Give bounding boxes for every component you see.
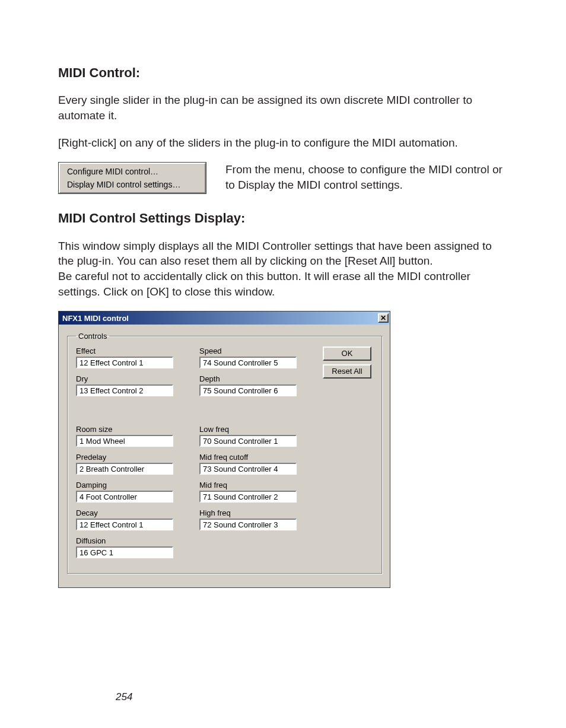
input-low-freq[interactable] — [199, 435, 297, 447]
context-menu-row: Configure MIDI control… Display MIDI con… — [58, 162, 508, 194]
controls-groupbox: Controls Effect Dry — [67, 332, 383, 574]
input-mid-freq[interactable] — [199, 491, 297, 503]
label-high-freq: High freq — [199, 508, 312, 517]
label-effect: Effect — [76, 346, 189, 355]
close-icon: ✕ — [380, 314, 386, 322]
heading-settings-display: MIDI Control Settings Display: — [58, 211, 508, 226]
input-predelay[interactable] — [76, 463, 173, 475]
paragraph-display-desc: This window simply displays all the MIDI… — [58, 239, 508, 269]
label-decay: Decay — [76, 508, 189, 517]
controls-group-legend: Controls — [76, 332, 109, 341]
label-diffusion: Diffusion — [76, 536, 189, 545]
input-room-size[interactable] — [76, 435, 173, 447]
dialog-title: NFX1 MIDI control — [62, 314, 129, 323]
label-room-size: Room size — [76, 425, 189, 434]
page-number: 254 — [116, 691, 132, 703]
dialog-body: Controls Effect Dry — [59, 325, 390, 587]
label-mid-freq: Mid freq — [199, 481, 312, 489]
input-speed[interactable] — [199, 357, 297, 368]
input-mid-freq-cutoff[interactable] — [199, 463, 297, 475]
paragraph-rightclick: [Right-click] on any of the sliders in t… — [58, 135, 508, 151]
paragraph-intro: Every single slider in the plug-in can b… — [58, 93, 508, 123]
close-button[interactable]: ✕ — [378, 313, 389, 323]
controls-right-column: Speed Depth Low freq — [199, 346, 312, 561]
dialog-button-column: OK Reset All — [323, 346, 374, 561]
label-mid-freq-cutoff: Mid freq cutoff — [199, 453, 312, 462]
context-menu: Configure MIDI control… Display MIDI con… — [59, 163, 206, 193]
label-dry: Dry — [76, 374, 189, 383]
input-depth[interactable] — [199, 384, 297, 396]
input-effect[interactable] — [76, 357, 173, 368]
input-decay[interactable] — [76, 519, 173, 530]
menu-item-display-settings[interactable]: Display MIDI control settings… — [61, 178, 203, 191]
paragraph-warning: Be careful not to accidentally click on … — [58, 269, 508, 299]
context-menu-caption: From the menu, choose to configure the M… — [225, 162, 508, 192]
reset-all-button[interactable]: Reset All — [323, 364, 371, 379]
label-depth: Depth — [199, 374, 312, 383]
label-damping: Damping — [76, 481, 189, 489]
input-dry[interactable] — [76, 384, 173, 396]
label-predelay: Predelay — [76, 453, 189, 462]
menu-item-configure[interactable]: Configure MIDI control… — [61, 165, 203, 178]
input-damping[interactable] — [76, 491, 173, 503]
label-speed: Speed — [199, 346, 312, 355]
controls-left-column: Effect Dry Room size — [76, 346, 189, 561]
dialog-frame: NFX1 MIDI control ✕ Controls Effect — [58, 311, 390, 588]
context-menu-frame: Configure MIDI control… Display MIDI con… — [58, 162, 206, 194]
heading-midi-control: MIDI Control: — [58, 65, 508, 81]
input-diffusion[interactable] — [76, 546, 173, 558]
label-low-freq: Low freq — [199, 425, 312, 434]
dialog-titlebar: NFX1 MIDI control ✕ — [59, 311, 390, 325]
ok-button[interactable]: OK — [323, 346, 371, 361]
input-high-freq[interactable] — [199, 519, 297, 530]
nfx1-midi-control-dialog: NFX1 MIDI control ✕ Controls Effect — [59, 311, 390, 587]
